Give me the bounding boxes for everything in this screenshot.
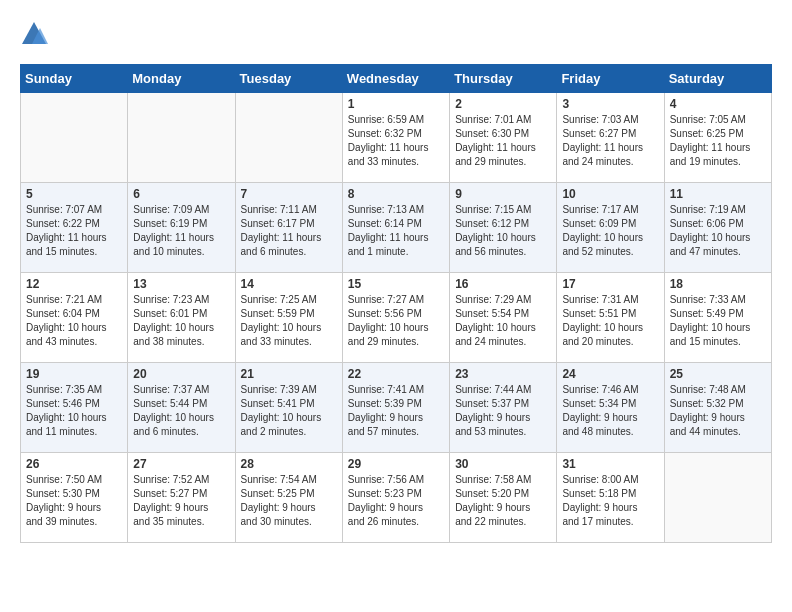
day-info: Sunrise: 7:56 AM Sunset: 5:23 PM Dayligh… xyxy=(348,473,444,529)
day-number: 31 xyxy=(562,457,658,471)
calendar-cell: 6Sunrise: 7:09 AM Sunset: 6:19 PM Daylig… xyxy=(128,183,235,273)
day-number: 26 xyxy=(26,457,122,471)
calendar-cell: 18Sunrise: 7:33 AM Sunset: 5:49 PM Dayli… xyxy=(664,273,771,363)
calendar-cell: 10Sunrise: 7:17 AM Sunset: 6:09 PM Dayli… xyxy=(557,183,664,273)
day-number: 18 xyxy=(670,277,766,291)
weekday-header: Monday xyxy=(128,65,235,93)
day-info: Sunrise: 7:39 AM Sunset: 5:41 PM Dayligh… xyxy=(241,383,337,439)
calendar-cell: 26Sunrise: 7:50 AM Sunset: 5:30 PM Dayli… xyxy=(21,453,128,543)
day-number: 1 xyxy=(348,97,444,111)
day-info: Sunrise: 7:33 AM Sunset: 5:49 PM Dayligh… xyxy=(670,293,766,349)
day-number: 14 xyxy=(241,277,337,291)
day-info: Sunrise: 7:35 AM Sunset: 5:46 PM Dayligh… xyxy=(26,383,122,439)
day-info: Sunrise: 7:11 AM Sunset: 6:17 PM Dayligh… xyxy=(241,203,337,259)
calendar-cell: 31Sunrise: 8:00 AM Sunset: 5:18 PM Dayli… xyxy=(557,453,664,543)
day-info: Sunrise: 7:52 AM Sunset: 5:27 PM Dayligh… xyxy=(133,473,229,529)
day-info: Sunrise: 7:25 AM Sunset: 5:59 PM Dayligh… xyxy=(241,293,337,349)
calendar-cell: 7Sunrise: 7:11 AM Sunset: 6:17 PM Daylig… xyxy=(235,183,342,273)
weekday-header: Saturday xyxy=(664,65,771,93)
calendar-cell: 16Sunrise: 7:29 AM Sunset: 5:54 PM Dayli… xyxy=(450,273,557,363)
calendar-table: SundayMondayTuesdayWednesdayThursdayFrid… xyxy=(20,64,772,543)
weekday-header: Sunday xyxy=(21,65,128,93)
calendar-cell: 5Sunrise: 7:07 AM Sunset: 6:22 PM Daylig… xyxy=(21,183,128,273)
day-number: 28 xyxy=(241,457,337,471)
calendar-week-row: 12Sunrise: 7:21 AM Sunset: 6:04 PM Dayli… xyxy=(21,273,772,363)
day-number: 7 xyxy=(241,187,337,201)
calendar-cell: 24Sunrise: 7:46 AM Sunset: 5:34 PM Dayli… xyxy=(557,363,664,453)
weekday-header: Tuesday xyxy=(235,65,342,93)
calendar-cell: 17Sunrise: 7:31 AM Sunset: 5:51 PM Dayli… xyxy=(557,273,664,363)
calendar-cell: 9Sunrise: 7:15 AM Sunset: 6:12 PM Daylig… xyxy=(450,183,557,273)
calendar-cell xyxy=(664,453,771,543)
weekday-header: Wednesday xyxy=(342,65,449,93)
day-number: 15 xyxy=(348,277,444,291)
calendar-cell: 23Sunrise: 7:44 AM Sunset: 5:37 PM Dayli… xyxy=(450,363,557,453)
day-info: Sunrise: 7:23 AM Sunset: 6:01 PM Dayligh… xyxy=(133,293,229,349)
calendar-cell: 4Sunrise: 7:05 AM Sunset: 6:25 PM Daylig… xyxy=(664,93,771,183)
day-number: 16 xyxy=(455,277,551,291)
calendar-week-row: 5Sunrise: 7:07 AM Sunset: 6:22 PM Daylig… xyxy=(21,183,772,273)
calendar-week-row: 26Sunrise: 7:50 AM Sunset: 5:30 PM Dayli… xyxy=(21,453,772,543)
calendar-cell: 8Sunrise: 7:13 AM Sunset: 6:14 PM Daylig… xyxy=(342,183,449,273)
calendar-cell: 27Sunrise: 7:52 AM Sunset: 5:27 PM Dayli… xyxy=(128,453,235,543)
day-number: 21 xyxy=(241,367,337,381)
calendar-cell xyxy=(21,93,128,183)
calendar-cell xyxy=(128,93,235,183)
calendar-cell: 14Sunrise: 7:25 AM Sunset: 5:59 PM Dayli… xyxy=(235,273,342,363)
day-number: 4 xyxy=(670,97,766,111)
day-info: Sunrise: 7:58 AM Sunset: 5:20 PM Dayligh… xyxy=(455,473,551,529)
logo-icon xyxy=(20,20,48,48)
day-number: 20 xyxy=(133,367,229,381)
calendar-cell xyxy=(235,93,342,183)
day-number: 2 xyxy=(455,97,551,111)
day-number: 29 xyxy=(348,457,444,471)
weekday-header-row: SundayMondayTuesdayWednesdayThursdayFrid… xyxy=(21,65,772,93)
day-info: Sunrise: 7:13 AM Sunset: 6:14 PM Dayligh… xyxy=(348,203,444,259)
weekday-header: Friday xyxy=(557,65,664,93)
calendar-cell: 13Sunrise: 7:23 AM Sunset: 6:01 PM Dayli… xyxy=(128,273,235,363)
day-info: Sunrise: 7:31 AM Sunset: 5:51 PM Dayligh… xyxy=(562,293,658,349)
calendar-cell: 20Sunrise: 7:37 AM Sunset: 5:44 PM Dayli… xyxy=(128,363,235,453)
day-info: Sunrise: 7:27 AM Sunset: 5:56 PM Dayligh… xyxy=(348,293,444,349)
day-info: Sunrise: 7:01 AM Sunset: 6:30 PM Dayligh… xyxy=(455,113,551,169)
calendar-cell: 15Sunrise: 7:27 AM Sunset: 5:56 PM Dayli… xyxy=(342,273,449,363)
calendar-cell: 2Sunrise: 7:01 AM Sunset: 6:30 PM Daylig… xyxy=(450,93,557,183)
day-info: Sunrise: 7:50 AM Sunset: 5:30 PM Dayligh… xyxy=(26,473,122,529)
calendar-week-row: 19Sunrise: 7:35 AM Sunset: 5:46 PM Dayli… xyxy=(21,363,772,453)
day-info: Sunrise: 7:54 AM Sunset: 5:25 PM Dayligh… xyxy=(241,473,337,529)
day-number: 9 xyxy=(455,187,551,201)
day-number: 24 xyxy=(562,367,658,381)
day-info: Sunrise: 7:05 AM Sunset: 6:25 PM Dayligh… xyxy=(670,113,766,169)
calendar-cell: 19Sunrise: 7:35 AM Sunset: 5:46 PM Dayli… xyxy=(21,363,128,453)
day-number: 22 xyxy=(348,367,444,381)
calendar-cell: 22Sunrise: 7:41 AM Sunset: 5:39 PM Dayli… xyxy=(342,363,449,453)
calendar-cell: 25Sunrise: 7:48 AM Sunset: 5:32 PM Dayli… xyxy=(664,363,771,453)
day-number: 8 xyxy=(348,187,444,201)
day-info: Sunrise: 7:44 AM Sunset: 5:37 PM Dayligh… xyxy=(455,383,551,439)
calendar-cell: 30Sunrise: 7:58 AM Sunset: 5:20 PM Dayli… xyxy=(450,453,557,543)
day-info: Sunrise: 7:37 AM Sunset: 5:44 PM Dayligh… xyxy=(133,383,229,439)
day-number: 11 xyxy=(670,187,766,201)
day-info: Sunrise: 7:46 AM Sunset: 5:34 PM Dayligh… xyxy=(562,383,658,439)
day-number: 25 xyxy=(670,367,766,381)
day-info: Sunrise: 6:59 AM Sunset: 6:32 PM Dayligh… xyxy=(348,113,444,169)
day-number: 10 xyxy=(562,187,658,201)
day-number: 23 xyxy=(455,367,551,381)
calendar-cell: 29Sunrise: 7:56 AM Sunset: 5:23 PM Dayli… xyxy=(342,453,449,543)
calendar-cell: 11Sunrise: 7:19 AM Sunset: 6:06 PM Dayli… xyxy=(664,183,771,273)
day-number: 3 xyxy=(562,97,658,111)
day-number: 19 xyxy=(26,367,122,381)
page-header xyxy=(20,20,772,48)
day-number: 6 xyxy=(133,187,229,201)
calendar-cell: 12Sunrise: 7:21 AM Sunset: 6:04 PM Dayli… xyxy=(21,273,128,363)
calendar-cell: 1Sunrise: 6:59 AM Sunset: 6:32 PM Daylig… xyxy=(342,93,449,183)
logo xyxy=(20,20,52,48)
day-number: 5 xyxy=(26,187,122,201)
day-info: Sunrise: 7:07 AM Sunset: 6:22 PM Dayligh… xyxy=(26,203,122,259)
calendar-week-row: 1Sunrise: 6:59 AM Sunset: 6:32 PM Daylig… xyxy=(21,93,772,183)
day-number: 12 xyxy=(26,277,122,291)
day-number: 30 xyxy=(455,457,551,471)
day-info: Sunrise: 8:00 AM Sunset: 5:18 PM Dayligh… xyxy=(562,473,658,529)
weekday-header: Thursday xyxy=(450,65,557,93)
day-info: Sunrise: 7:03 AM Sunset: 6:27 PM Dayligh… xyxy=(562,113,658,169)
